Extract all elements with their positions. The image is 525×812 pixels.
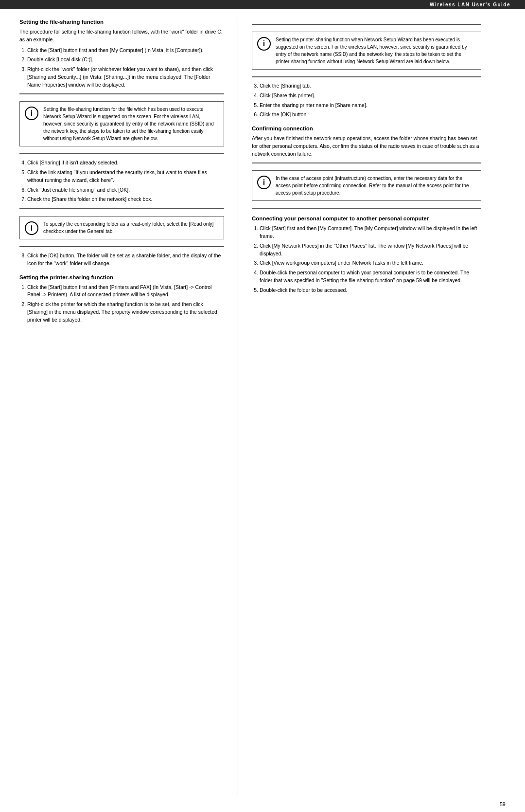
list-item: Click the [OK] button. The folder will b… <box>27 252 224 268</box>
note-box-2: i To specify the corresponding folder as… <box>19 216 224 239</box>
right-column: i Setting the printer-sharing function w… <box>238 19 501 796</box>
list-item: Click the [Start] button first and then … <box>27 284 224 299</box>
section1-step8-list: Click the [OK] button. The folder will b… <box>19 252 224 268</box>
section4-steps-list: Click [Start] first and then [My Compute… <box>252 225 481 294</box>
list-item: Check the [Share this folder on the netw… <box>27 196 224 203</box>
section1-intro: The procedure for setting the file-shari… <box>19 28 224 44</box>
list-item: Enter the sharing printer name in [Share… <box>260 102 481 109</box>
content-area: Setting the file-sharing function The pr… <box>0 9 525 796</box>
section2-steps-list: Click the [Start] button first and then … <box>19 284 224 324</box>
left-column: Setting the file-sharing function The pr… <box>0 19 238 796</box>
note1-text: Setting the file-sharing function for th… <box>43 106 219 142</box>
note-section-2: i To specify the corresponding folder as… <box>19 208 224 247</box>
list-item: Click [My Network Places] in the "Other … <box>260 242 481 258</box>
note-section-3: i Setting the printer-sharing function w… <box>252 24 481 77</box>
note3-text: Setting the printer-sharing function whe… <box>276 36 476 65</box>
header-title: Wireless LAN User's Guide <box>430 2 510 7</box>
info-icon-3: i <box>257 37 271 51</box>
note-box-3: i Setting the printer-sharing function w… <box>252 32 481 70</box>
note-section-4: i In the case of access point (infrastru… <box>252 162 481 209</box>
list-item: Click the link stating "If you understan… <box>27 169 224 184</box>
section2-title: Setting the printer-sharing function <box>19 274 224 280</box>
list-item: Click [Sharing] if it isn't already sele… <box>27 159 224 167</box>
list-item: Click the [Start] button first and then … <box>27 47 224 54</box>
list-item: Right-click the "work" folder (or whiche… <box>27 66 224 89</box>
note2-text: To specify the corresponding folder as a… <box>43 220 219 235</box>
page: Wireless LAN User's Guide Setting the fi… <box>0 0 525 812</box>
section3-intro: After you have finished the network setu… <box>252 135 481 158</box>
section4-title: Connecting your personal computer to ano… <box>252 216 481 221</box>
list-item: Click "Just enable file sharing" and cli… <box>27 186 224 194</box>
list-item: Click [Share this printer]. <box>260 92 481 100</box>
note-section-1: i Setting the file-sharing function for … <box>19 93 224 154</box>
note-box-4: i In the case of access point (infrastru… <box>252 170 481 201</box>
list-item: Click [Start] first and then [My Compute… <box>260 225 481 240</box>
list-item: Click the [Sharing] tab. <box>260 82 481 90</box>
list-item: Click [View workgroup computers] under N… <box>260 259 481 267</box>
note4-text: In the case of access point (infrastruct… <box>276 175 476 197</box>
list-item: Double-click the personal computer to wh… <box>260 269 481 285</box>
info-icon-4: i <box>257 176 271 189</box>
info-icon-2: i <box>25 221 38 235</box>
list-item: Double-click [Local disk (C:)]. <box>27 56 224 64</box>
page-number: 59 <box>0 796 525 812</box>
info-icon-1: i <box>25 107 38 120</box>
header-bar: Wireless LAN User's Guide <box>0 0 525 9</box>
list-item: Double-click the folder to be accessed. <box>260 287 481 294</box>
list-item: Click the [OK] button. <box>260 111 481 119</box>
right-steps1-list: Click the [Sharing] tab. Click [Share th… <box>252 82 481 119</box>
section3-title: Confirming connection <box>252 126 481 131</box>
note-box-1: i Setting the file-sharing function for … <box>19 101 224 146</box>
section1-steps-list: Click the [Start] button first and then … <box>19 47 224 89</box>
section1-title: Setting the file-sharing function <box>19 19 224 25</box>
section1-steps2-list: Click [Sharing] if it isn't already sele… <box>19 159 224 203</box>
list-item: Right-click the printer for which the sh… <box>27 301 224 324</box>
